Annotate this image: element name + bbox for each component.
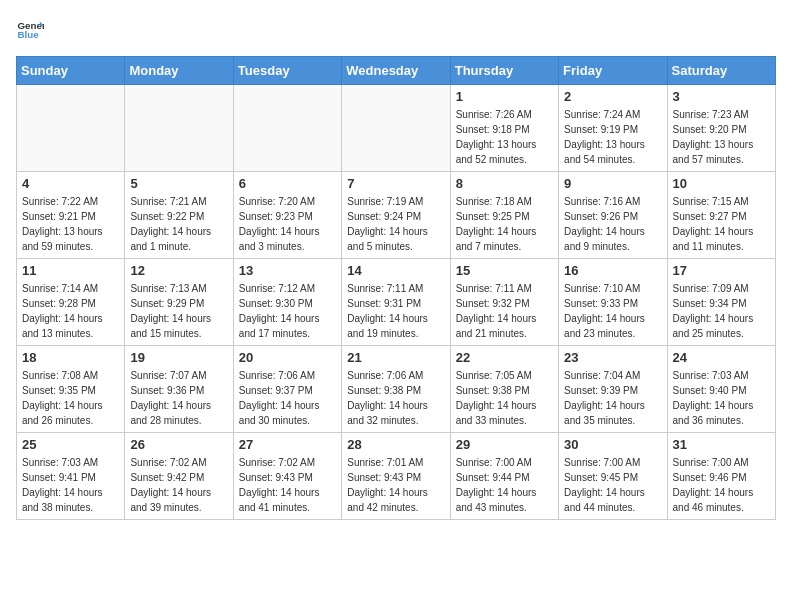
calendar-cell — [342, 85, 450, 172]
day-number: 26 — [130, 437, 227, 452]
week-row-5: 25Sunrise: 7:03 AM Sunset: 9:41 PM Dayli… — [17, 433, 776, 520]
col-header-monday: Monday — [125, 57, 233, 85]
calendar-cell: 6Sunrise: 7:20 AM Sunset: 9:23 PM Daylig… — [233, 172, 341, 259]
col-header-tuesday: Tuesday — [233, 57, 341, 85]
day-number: 17 — [673, 263, 770, 278]
day-info: Sunrise: 7:02 AM Sunset: 9:43 PM Dayligh… — [239, 455, 336, 515]
calendar-cell: 19Sunrise: 7:07 AM Sunset: 9:36 PM Dayli… — [125, 346, 233, 433]
calendar-cell: 27Sunrise: 7:02 AM Sunset: 9:43 PM Dayli… — [233, 433, 341, 520]
day-number: 3 — [673, 89, 770, 104]
col-header-friday: Friday — [559, 57, 667, 85]
svg-text:Blue: Blue — [17, 29, 39, 40]
header: General Blue — [16, 16, 776, 44]
col-header-saturday: Saturday — [667, 57, 775, 85]
calendar-cell: 17Sunrise: 7:09 AM Sunset: 9:34 PM Dayli… — [667, 259, 775, 346]
header-row: SundayMondayTuesdayWednesdayThursdayFrid… — [17, 57, 776, 85]
day-number: 25 — [22, 437, 119, 452]
day-number: 8 — [456, 176, 553, 191]
day-info: Sunrise: 7:02 AM Sunset: 9:42 PM Dayligh… — [130, 455, 227, 515]
col-header-thursday: Thursday — [450, 57, 558, 85]
calendar-cell: 5Sunrise: 7:21 AM Sunset: 9:22 PM Daylig… — [125, 172, 233, 259]
logo: General Blue — [16, 16, 44, 44]
day-number: 6 — [239, 176, 336, 191]
day-number: 4 — [22, 176, 119, 191]
day-number: 2 — [564, 89, 661, 104]
calendar-cell: 7Sunrise: 7:19 AM Sunset: 9:24 PM Daylig… — [342, 172, 450, 259]
day-number: 10 — [673, 176, 770, 191]
day-info: Sunrise: 7:16 AM Sunset: 9:26 PM Dayligh… — [564, 194, 661, 254]
calendar-cell: 13Sunrise: 7:12 AM Sunset: 9:30 PM Dayli… — [233, 259, 341, 346]
calendar-cell: 1Sunrise: 7:26 AM Sunset: 9:18 PM Daylig… — [450, 85, 558, 172]
day-info: Sunrise: 7:00 AM Sunset: 9:46 PM Dayligh… — [673, 455, 770, 515]
day-number: 24 — [673, 350, 770, 365]
day-info: Sunrise: 7:24 AM Sunset: 9:19 PM Dayligh… — [564, 107, 661, 167]
day-info: Sunrise: 7:14 AM Sunset: 9:28 PM Dayligh… — [22, 281, 119, 341]
day-info: Sunrise: 7:26 AM Sunset: 9:18 PM Dayligh… — [456, 107, 553, 167]
day-info: Sunrise: 7:05 AM Sunset: 9:38 PM Dayligh… — [456, 368, 553, 428]
week-row-3: 11Sunrise: 7:14 AM Sunset: 9:28 PM Dayli… — [17, 259, 776, 346]
day-info: Sunrise: 7:06 AM Sunset: 9:37 PM Dayligh… — [239, 368, 336, 428]
col-header-wednesday: Wednesday — [342, 57, 450, 85]
calendar-cell: 11Sunrise: 7:14 AM Sunset: 9:28 PM Dayli… — [17, 259, 125, 346]
day-number: 27 — [239, 437, 336, 452]
day-number: 19 — [130, 350, 227, 365]
day-number: 14 — [347, 263, 444, 278]
calendar-cell: 25Sunrise: 7:03 AM Sunset: 9:41 PM Dayli… — [17, 433, 125, 520]
day-number: 23 — [564, 350, 661, 365]
calendar-cell: 26Sunrise: 7:02 AM Sunset: 9:42 PM Dayli… — [125, 433, 233, 520]
calendar-cell: 20Sunrise: 7:06 AM Sunset: 9:37 PM Dayli… — [233, 346, 341, 433]
day-number: 31 — [673, 437, 770, 452]
day-info: Sunrise: 7:21 AM Sunset: 9:22 PM Dayligh… — [130, 194, 227, 254]
calendar-cell: 18Sunrise: 7:08 AM Sunset: 9:35 PM Dayli… — [17, 346, 125, 433]
calendar-cell — [233, 85, 341, 172]
day-info: Sunrise: 7:12 AM Sunset: 9:30 PM Dayligh… — [239, 281, 336, 341]
day-info: Sunrise: 7:09 AM Sunset: 9:34 PM Dayligh… — [673, 281, 770, 341]
calendar-cell: 8Sunrise: 7:18 AM Sunset: 9:25 PM Daylig… — [450, 172, 558, 259]
day-number: 5 — [130, 176, 227, 191]
calendar-cell: 28Sunrise: 7:01 AM Sunset: 9:43 PM Dayli… — [342, 433, 450, 520]
day-info: Sunrise: 7:23 AM Sunset: 9:20 PM Dayligh… — [673, 107, 770, 167]
calendar-cell: 9Sunrise: 7:16 AM Sunset: 9:26 PM Daylig… — [559, 172, 667, 259]
day-info: Sunrise: 7:03 AM Sunset: 9:40 PM Dayligh… — [673, 368, 770, 428]
calendar-cell: 24Sunrise: 7:03 AM Sunset: 9:40 PM Dayli… — [667, 346, 775, 433]
day-info: Sunrise: 7:11 AM Sunset: 9:31 PM Dayligh… — [347, 281, 444, 341]
day-info: Sunrise: 7:08 AM Sunset: 9:35 PM Dayligh… — [22, 368, 119, 428]
day-info: Sunrise: 7:18 AM Sunset: 9:25 PM Dayligh… — [456, 194, 553, 254]
day-info: Sunrise: 7:10 AM Sunset: 9:33 PM Dayligh… — [564, 281, 661, 341]
day-number: 28 — [347, 437, 444, 452]
week-row-2: 4Sunrise: 7:22 AM Sunset: 9:21 PM Daylig… — [17, 172, 776, 259]
day-info: Sunrise: 7:07 AM Sunset: 9:36 PM Dayligh… — [130, 368, 227, 428]
calendar-cell: 10Sunrise: 7:15 AM Sunset: 9:27 PM Dayli… — [667, 172, 775, 259]
day-info: Sunrise: 7:06 AM Sunset: 9:38 PM Dayligh… — [347, 368, 444, 428]
day-info: Sunrise: 7:01 AM Sunset: 9:43 PM Dayligh… — [347, 455, 444, 515]
day-info: Sunrise: 7:19 AM Sunset: 9:24 PM Dayligh… — [347, 194, 444, 254]
day-number: 11 — [22, 263, 119, 278]
day-info: Sunrise: 7:03 AM Sunset: 9:41 PM Dayligh… — [22, 455, 119, 515]
day-number: 12 — [130, 263, 227, 278]
calendar-cell: 12Sunrise: 7:13 AM Sunset: 9:29 PM Dayli… — [125, 259, 233, 346]
week-row-4: 18Sunrise: 7:08 AM Sunset: 9:35 PM Dayli… — [17, 346, 776, 433]
week-row-1: 1Sunrise: 7:26 AM Sunset: 9:18 PM Daylig… — [17, 85, 776, 172]
day-info: Sunrise: 7:15 AM Sunset: 9:27 PM Dayligh… — [673, 194, 770, 254]
day-number: 1 — [456, 89, 553, 104]
day-number: 21 — [347, 350, 444, 365]
day-info: Sunrise: 7:11 AM Sunset: 9:32 PM Dayligh… — [456, 281, 553, 341]
day-info: Sunrise: 7:20 AM Sunset: 9:23 PM Dayligh… — [239, 194, 336, 254]
day-number: 16 — [564, 263, 661, 278]
day-number: 9 — [564, 176, 661, 191]
col-header-sunday: Sunday — [17, 57, 125, 85]
calendar-cell: 2Sunrise: 7:24 AM Sunset: 9:19 PM Daylig… — [559, 85, 667, 172]
calendar-cell: 23Sunrise: 7:04 AM Sunset: 9:39 PM Dayli… — [559, 346, 667, 433]
day-number: 18 — [22, 350, 119, 365]
calendar-cell — [17, 85, 125, 172]
day-info: Sunrise: 7:22 AM Sunset: 9:21 PM Dayligh… — [22, 194, 119, 254]
day-number: 20 — [239, 350, 336, 365]
day-info: Sunrise: 7:00 AM Sunset: 9:44 PM Dayligh… — [456, 455, 553, 515]
calendar-cell: 16Sunrise: 7:10 AM Sunset: 9:33 PM Dayli… — [559, 259, 667, 346]
logo-icon: General Blue — [16, 16, 44, 44]
calendar-cell: 4Sunrise: 7:22 AM Sunset: 9:21 PM Daylig… — [17, 172, 125, 259]
day-number: 15 — [456, 263, 553, 278]
calendar-cell: 29Sunrise: 7:00 AM Sunset: 9:44 PM Dayli… — [450, 433, 558, 520]
day-number: 29 — [456, 437, 553, 452]
day-number: 30 — [564, 437, 661, 452]
